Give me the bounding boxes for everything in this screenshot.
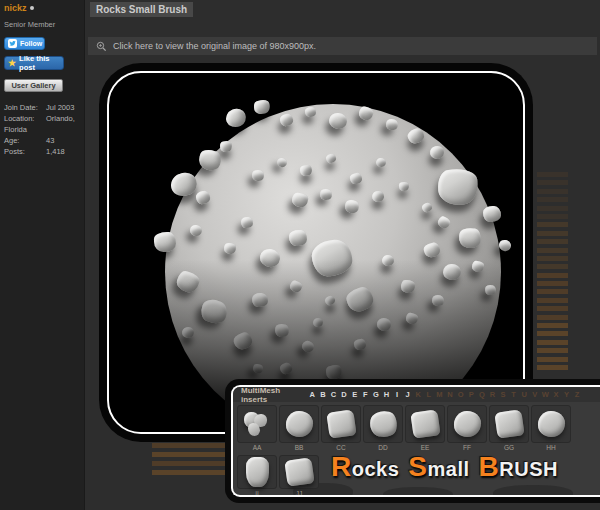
alphabet-letter: Q [477, 390, 488, 399]
rock [443, 263, 462, 280]
alphabet-letter: R [487, 390, 498, 399]
stripe [537, 264, 568, 269]
insert-cell: JJ [279, 455, 319, 497]
rock [289, 230, 308, 247]
follow-button-label: Follow [20, 40, 42, 47]
rock [252, 362, 265, 374]
stripe [537, 306, 568, 311]
stripe [537, 197, 568, 202]
brush-title-word: Rocks [331, 451, 399, 483]
stripe [537, 315, 568, 320]
multimesh-panel-header: MultiMesh inserts ABCDEFGHIJKLMNOPQRSTUV… [233, 387, 600, 402]
like-post-button[interactable]: ★ Like this post [4, 56, 64, 70]
rock [328, 112, 347, 130]
alphabet-letter: F [360, 390, 371, 399]
alphabet-letter: X [551, 390, 562, 399]
rock [406, 126, 426, 145]
member-title: Senior Member [4, 20, 80, 29]
stripe [537, 239, 568, 244]
zoom-icon [96, 41, 107, 52]
insert-thumbnail [363, 405, 403, 443]
view-original-image-link[interactable]: Click here to view the original image of… [88, 37, 597, 55]
stripe [152, 443, 228, 448]
stripe [537, 222, 568, 227]
alphabet-letter: E [349, 390, 360, 399]
rock [279, 361, 293, 374]
brush-title-cap: R [331, 451, 352, 482]
insert-cell: FF [447, 405, 487, 453]
insert-cell: GG [489, 405, 529, 453]
stripe [537, 298, 568, 303]
stripe [537, 206, 568, 211]
rock [371, 189, 386, 203]
alphabet-letter: G [371, 390, 382, 399]
rock [154, 232, 176, 252]
notice-text: Click here to view the original image of… [113, 41, 316, 51]
brush-title-word: Small [408, 451, 469, 483]
rock [181, 326, 195, 339]
username-row: nickz [4, 3, 80, 13]
rock [429, 144, 445, 159]
twitter-follow-button[interactable]: Follow [4, 37, 45, 50]
insert-cell: EE [405, 405, 445, 453]
insert-cell: AA [237, 405, 277, 453]
rock [259, 248, 282, 269]
stripe [537, 172, 568, 177]
insert-thumbnail [447, 405, 487, 443]
stripe [537, 289, 568, 294]
insert-cell-label: BB [279, 443, 319, 453]
user-gallery-button[interactable]: User Gallery [4, 79, 63, 92]
stripe [537, 231, 568, 236]
rock-thumbnail-cube [284, 457, 314, 487]
alphabet-letter: N [445, 390, 456, 399]
rock [219, 139, 233, 152]
stripe [537, 323, 568, 328]
alphabet-letter: B [318, 390, 329, 399]
rock [224, 242, 237, 254]
multimesh-panel-title: MultiMesh inserts [241, 386, 307, 404]
rock-thumbnail-round [454, 411, 481, 437]
rock-thumbnail-cube [494, 409, 524, 439]
rock [298, 163, 313, 178]
rock [196, 147, 223, 173]
multimesh-panel[interactable]: MultiMesh inserts ABCDEFGHIJKLMNOPQRSTUV… [225, 379, 600, 503]
insert-thumbnail [279, 455, 319, 489]
rock [232, 331, 254, 352]
rock [431, 293, 445, 307]
insert-cell-label: II [237, 489, 277, 497]
background-text-stripes-right [537, 172, 568, 373]
alphabet-row: ABCDEFGHIJKLMNOPQRSTUVWXYZ [307, 390, 582, 399]
rock [349, 172, 362, 184]
alphabet-letter: T [508, 390, 519, 399]
alphabet-letter: H [381, 390, 392, 399]
stripe [537, 256, 568, 261]
rock [241, 216, 254, 227]
username-link[interactable]: nickz [4, 3, 27, 13]
insert-cell: II [237, 455, 277, 497]
alphabet-letter: S [498, 390, 509, 399]
insert-cell: DD [363, 405, 403, 453]
rock [189, 224, 202, 236]
stripe [152, 461, 228, 466]
stripe [537, 365, 568, 370]
star-icon: ★ [8, 59, 16, 68]
rock [423, 242, 441, 259]
stripe [537, 273, 568, 278]
forum-post-page: { "sidebar": { "username": "nickz", "mem… [0, 0, 600, 510]
insert-thumbnail [237, 455, 277, 489]
stripe [537, 214, 568, 219]
info-row: Join Date:Jul 2003 [4, 103, 80, 114]
rock [484, 284, 497, 296]
info-row: Age:43 [4, 136, 80, 147]
rock [358, 105, 374, 120]
rock [198, 296, 231, 327]
rock [223, 106, 248, 130]
rock [376, 157, 386, 166]
rock [353, 338, 366, 350]
rock-thumbnail-round [286, 411, 313, 437]
rock [498, 238, 512, 252]
brush-title-cap: S [408, 451, 427, 482]
stripe [537, 348, 568, 353]
stripe [537, 281, 568, 286]
brush-title-word: BRUSH [479, 451, 558, 483]
